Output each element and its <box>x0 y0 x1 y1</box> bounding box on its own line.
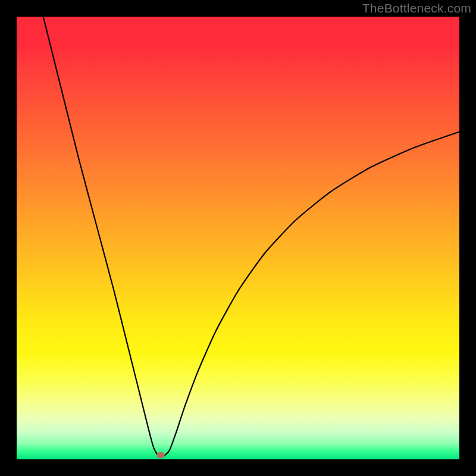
plot-area <box>17 17 459 459</box>
chart-frame: TheBottleneck.com <box>0 0 476 476</box>
curve-svg <box>17 17 459 459</box>
watermark-text: TheBottleneck.com <box>362 1 471 15</box>
optimal-point-marker <box>156 452 164 458</box>
bottleneck-curve <box>43 17 459 457</box>
